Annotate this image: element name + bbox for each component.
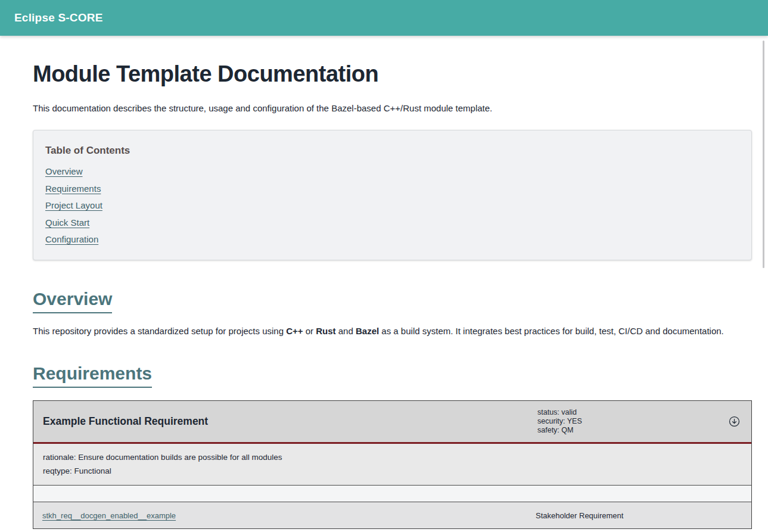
toc-link-configuration[interactable]: Configuration bbox=[45, 234, 98, 244]
collapse-button[interactable] bbox=[717, 401, 751, 442]
page-intro: This documentation describes the structu… bbox=[33, 103, 752, 113]
overview-text-1: This repository provides a standardized … bbox=[33, 326, 286, 336]
requirement-link[interactable]: stkh_req__docgen_enabled__example bbox=[33, 511, 176, 520]
requirements-section: Requirements Example Functional Requirem… bbox=[33, 363, 752, 529]
overview-heading-link[interactable]: Overview bbox=[33, 289, 112, 313]
toc-title: Table of Contents bbox=[45, 145, 739, 157]
requirement-card: Example Functional Requirement status: v… bbox=[33, 400, 752, 529]
page-title: Module Template Documentation bbox=[33, 61, 752, 87]
requirement-status: status: valid bbox=[537, 408, 717, 417]
toc-link-requirements[interactable]: Requirements bbox=[45, 183, 101, 194]
requirements-heading-link[interactable]: Requirements bbox=[33, 363, 152, 388]
requirement-security: security: YES bbox=[537, 417, 717, 426]
toc-link-project-layout[interactable]: Project Layout bbox=[45, 200, 102, 210]
overview-text-3: and bbox=[336, 326, 356, 336]
requirement-title: Example Functional Requirement bbox=[33, 415, 537, 428]
overview-bold-cpp: C++ bbox=[286, 326, 303, 336]
overview-heading: Overview bbox=[33, 289, 752, 313]
requirement-meta: status: valid security: YES safety: QM bbox=[537, 408, 717, 435]
page-content: Module Template Documentation This docum… bbox=[0, 36, 768, 529]
overview-bold-rust: Rust bbox=[316, 326, 335, 336]
overview-text-4: as a build system. It integrates best pr… bbox=[379, 326, 724, 336]
brand-title: Eclipse S-CORE bbox=[14, 11, 103, 24]
app-header: Eclipse S-CORE bbox=[0, 0, 768, 36]
requirement-reqtype: reqtype: Functional bbox=[43, 466, 742, 475]
requirement-link-row: stkh_req__docgen_enabled__example Stakeh… bbox=[33, 502, 751, 528]
toc-list: Overview Requirements Project Layout Qui… bbox=[45, 166, 739, 244]
requirement-links-spacer bbox=[33, 486, 751, 502]
overview-section: Overview This repository provides a stan… bbox=[33, 289, 752, 336]
scrollbar-thumb[interactable] bbox=[763, 41, 764, 268]
requirement-rationale: rationale: Ensure documentation builds a… bbox=[43, 453, 742, 462]
circle-down-arrow-icon bbox=[729, 416, 740, 427]
requirement-link-type: Stakeholder Requirement bbox=[536, 511, 751, 520]
requirement-body: rationale: Ensure documentation builds a… bbox=[33, 444, 751, 486]
requirement-header: Example Functional Requirement status: v… bbox=[33, 401, 751, 444]
overview-text-2: or bbox=[303, 326, 316, 336]
table-of-contents: Table of Contents Overview Requirements … bbox=[33, 130, 752, 260]
requirement-safety: safety: QM bbox=[537, 426, 717, 435]
overview-bold-bazel: Bazel bbox=[356, 326, 379, 336]
overview-paragraph: This repository provides a standardized … bbox=[33, 326, 752, 336]
requirements-heading: Requirements bbox=[33, 363, 752, 388]
toc-link-overview[interactable]: Overview bbox=[45, 166, 83, 176]
toc-link-quick-start[interactable]: Quick Start bbox=[45, 217, 89, 228]
